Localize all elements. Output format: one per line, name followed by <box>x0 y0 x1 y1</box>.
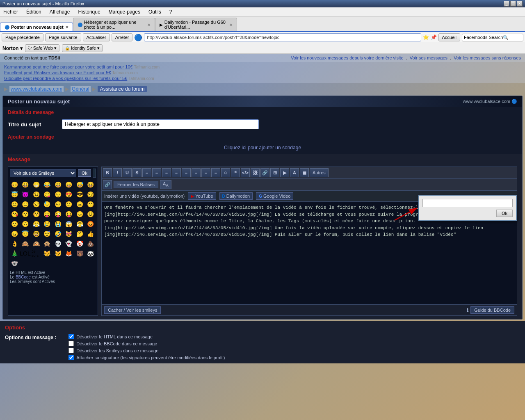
smiley[interactable]: 🐼 <box>86 249 95 258</box>
smiley[interactable]: 😝 <box>64 210 73 219</box>
smiley[interactable]: 😍 <box>64 190 73 199</box>
checkbox-attach-signature[interactable] <box>68 355 74 360</box>
window-controls[interactable]: _ □ ✕ <box>504 1 523 7</box>
smiley[interactable]: LOL <box>21 249 30 258</box>
smiley[interactable]: 😚 <box>32 210 41 219</box>
smiley[interactable]: 🙉 <box>32 239 41 248</box>
outdent-button[interactable]: ≡ <box>211 168 220 177</box>
smiley[interactable]: 😘 <box>10 210 19 219</box>
tab-close-dailymotion[interactable]: ✕ <box>229 23 233 27</box>
smiley[interactable]: 🤔 <box>75 229 84 238</box>
smiley[interactable]: 🤓 <box>32 229 41 238</box>
list2-button[interactable]: ≡ <box>192 168 201 177</box>
align-right-button[interactable]: ≡ <box>162 168 171 177</box>
smiley[interactable]: 😺 <box>43 249 52 258</box>
smileys-select[interactable]: Voir plus de Smileys <box>10 169 76 177</box>
smiley[interactable]: 😜 <box>53 210 62 219</box>
back-button[interactable]: Page précédente <box>2 33 43 41</box>
smiley[interactable]: 🤡 <box>75 239 84 248</box>
checkbox-disable-html[interactable] <box>68 334 74 339</box>
smiley[interactable]: 😊 <box>10 180 19 189</box>
smiley[interactable]: 🙊 <box>43 239 52 248</box>
smiley[interactable]: 💩 <box>86 239 95 248</box>
smiley[interactable]: 😋 <box>43 190 52 199</box>
smiley-button[interactable]: ☺ <box>221 168 230 177</box>
option-attach-signature[interactable]: Attacher sa signature (les signatures pe… <box>68 355 225 360</box>
smiley[interactable]: 😗 <box>86 200 95 209</box>
smiley[interactable]: 😇 <box>21 229 30 238</box>
tab-heberger[interactable]: 🔵 Héberger et appliquer une photo à un p… <box>73 18 155 31</box>
bgcolor-button[interactable]: ◼ <box>300 168 309 177</box>
fermer-balises-button[interactable]: Fermer les Balises <box>114 181 158 188</box>
norton-label[interactable]: Norton ▾ <box>2 46 23 51</box>
smiley[interactable]: 😤 <box>32 219 41 228</box>
smiley[interactable]: 😐 <box>10 200 19 209</box>
smiley[interactable]: 😑 <box>21 200 30 209</box>
bbcode-link[interactable]: BBCode <box>16 275 31 279</box>
menu-edition[interactable]: Édition <box>25 8 43 16</box>
smiley[interactable]: 🐨 <box>10 259 19 268</box>
smiley[interactable]: 😻 <box>64 229 73 238</box>
smiley[interactable]: 😁 <box>32 180 41 189</box>
align-left-button[interactable]: ≡ <box>142 168 151 177</box>
smiley[interactable]: 😟 <box>86 210 95 219</box>
menu-affichage[interactable]: Affichage <box>48 8 72 16</box>
table-button[interactable]: ⊞ <box>270 168 279 177</box>
color-button[interactable]: A <box>290 168 299 177</box>
smiley[interactable]: 😡 <box>86 219 95 228</box>
list-button[interactable]: ≡ <box>182 168 191 177</box>
menu-outils[interactable]: Outils <box>147 8 163 16</box>
norton-safeweb[interactable]: 🛡 Safe Web ▾ <box>25 44 59 52</box>
menu-fichier[interactable]: Fichier <box>2 8 20 16</box>
align-justify-button[interactable]: ≡ <box>172 168 181 177</box>
smiley[interactable]: 🐱 <box>53 249 62 258</box>
smiley[interactable]: 😕 <box>64 200 73 209</box>
address-bar[interactable] <box>144 33 421 41</box>
smileys-ok-button[interactable]: Ok <box>78 169 91 177</box>
maximize-button[interactable]: □ <box>510 1 516 7</box>
breadcrumb-section[interactable]: Général <box>71 86 91 92</box>
breadcrumb-home[interactable]: www.vwclubalsace.com <box>9 86 64 92</box>
option-disable-bbcode[interactable]: Désactiver le BBCode dans ce message <box>68 341 225 346</box>
smiley[interactable]: 👻 <box>64 239 73 248</box>
autres-button[interactable]: Autres <box>310 168 329 177</box>
checkbox-disable-smileys[interactable] <box>68 348 74 353</box>
smiley[interactable]: 🤣 <box>53 229 62 238</box>
checkbox-disable-bbcode[interactable] <box>68 341 74 346</box>
smiley[interactable]: 😄 <box>64 180 73 189</box>
tab-dailymotion[interactable]: ▶ Dailymotion - Passage du G60 d'UberMar… <box>155 18 237 31</box>
smiley[interactable]: 😴 <box>43 229 52 238</box>
search-bar[interactable]: Facemoods Search 🔍 <box>462 34 523 41</box>
smiley[interactable]: 😈 <box>21 190 30 199</box>
smiley[interactable]: 😓 <box>43 200 52 209</box>
smiley[interactable]: 😱 <box>64 219 73 228</box>
smiley[interactable]: 🦊 <box>64 249 73 258</box>
hide-smileys-button[interactable]: Cacher / Voir les smileys <box>104 306 161 314</box>
smileys-scroll[interactable] <box>93 169 96 178</box>
option-disable-html[interactable]: Désactiver le HTML dans ce message <box>68 334 225 339</box>
smiley[interactable]: 😙 <box>21 210 30 219</box>
dailymotion-button[interactable]: D Dailymotion <box>219 192 253 200</box>
smiley[interactable]: 😆 <box>86 180 95 189</box>
tab-close-heberger[interactable]: ✕ <box>147 23 151 27</box>
youtube-button[interactable]: ▶ YouTube <box>188 192 216 200</box>
smiley[interactable]: 😎 <box>75 190 84 199</box>
align-center-button[interactable]: ≡ <box>152 168 161 177</box>
smiley[interactable]: 🙃 <box>21 219 30 228</box>
smiley[interactable]: 😠 <box>10 229 19 238</box>
smiley[interactable]: 😀 <box>21 180 30 189</box>
link-icon-button[interactable]: 🔗 <box>103 180 112 189</box>
ad-link-0[interactable]: Karmannprod peut me faire passer pour vo… <box>4 64 133 69</box>
link-button[interactable]: 🔗 <box>260 168 269 177</box>
quote-button[interactable]: ❝ <box>231 168 240 177</box>
smiley[interactable]: 🐻 <box>75 249 84 258</box>
link-unanswered[interactable]: Voir les messages sans réponses <box>454 55 521 60</box>
minimize-button[interactable]: _ <box>504 1 509 7</box>
google-video-button[interactable]: G Google Video <box>256 192 293 200</box>
smiley[interactable]: 👍 <box>86 229 95 238</box>
subject-input[interactable] <box>62 119 259 129</box>
close-button[interactable]: ✕ <box>517 1 523 7</box>
smiley[interactable]: 😅 <box>75 180 84 189</box>
smiley[interactable]: 😭 <box>53 219 62 228</box>
smiley[interactable]: 😏 <box>86 190 95 199</box>
